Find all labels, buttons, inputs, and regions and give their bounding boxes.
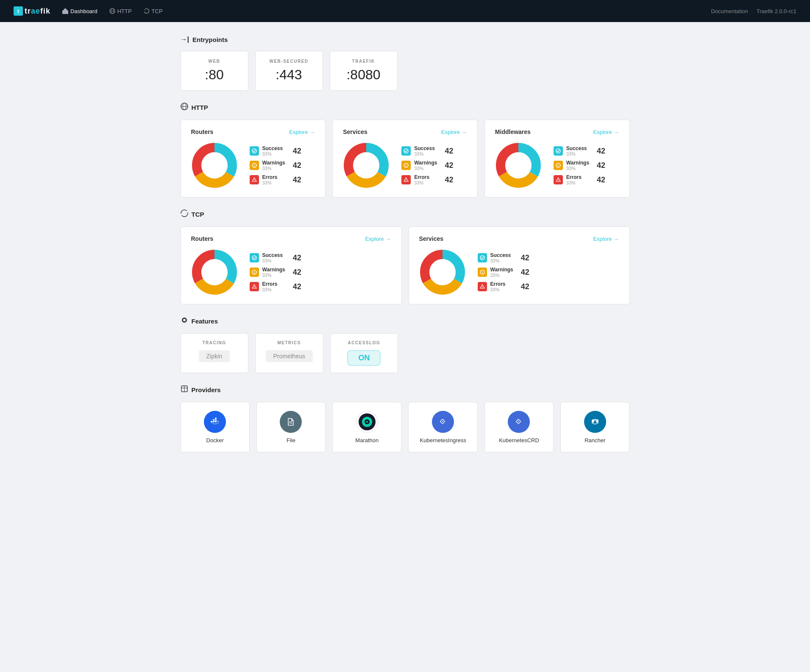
providers-section-header: Providers [181, 385, 630, 394]
providers-row: Docker File [181, 402, 630, 452]
tcp-services-explore[interactable]: Explore → [593, 236, 619, 242]
tcp-section-header: TCP [181, 209, 630, 219]
success-icon [250, 146, 259, 156]
svg-point-32 [506, 153, 531, 178]
tcp-routers-legend: Success 33% 42 ! Warnings 33% 42 [250, 252, 301, 292]
http-routers-title: Routers [191, 128, 214, 135]
http-middlewares-legend: Success 33% 42 ! Warnings 33% 42 [554, 145, 605, 185]
k8s-ingress-label: KubernetesIngress [420, 437, 466, 443]
success-icon [478, 253, 487, 262]
k8s-ingress-icon [432, 411, 454, 433]
entrypoint-web-value: :80 [193, 67, 236, 83]
tcp-routers-card: Routers Explore → [181, 226, 402, 304]
svg-text:!: ! [406, 179, 406, 182]
refresh-icon [144, 8, 150, 14]
http-services-header: Services Explore → [343, 128, 467, 135]
svg-rect-68 [215, 418, 217, 419]
nav-dashboard[interactable]: Dashboard [62, 8, 97, 14]
tcp-routers-donut-row: Success 33% 42 ! Warnings 33% 42 [191, 249, 391, 296]
docker-icon [204, 411, 226, 433]
docker-label: Docker [206, 437, 224, 443]
tcp-services-donut-row: Success 33% 42 ! Warnings 33% 42 [419, 249, 619, 296]
feature-tracing: TRACING Zipkin [181, 333, 248, 373]
entrypoint-websecured-value: :443 [267, 67, 311, 83]
http-middlewares-header: Middlewares Explore → [495, 128, 619, 135]
svg-point-23 [354, 153, 379, 178]
rancher-icon [584, 411, 606, 433]
success-icon [554, 146, 563, 156]
svg-point-51 [430, 259, 455, 285]
tcp-services-legend: Success 33% 42 ! Warnings 33% 42 [478, 252, 529, 292]
http-routers-success: Success 33% 42 [250, 145, 301, 156]
http-routers-legend: Success 33% 42 ! Warnings 33% 42 [250, 145, 301, 185]
nav-http[interactable]: HTTP [109, 8, 132, 14]
http-middlewares-explore[interactable]: Explore → [593, 129, 619, 135]
success-icon [250, 253, 259, 262]
error-icon: ! [250, 175, 259, 184]
warning-icon: ! [401, 161, 411, 170]
http-services-card: Services Explore → [332, 120, 478, 198]
features-section-header: Features [181, 316, 630, 326]
provider-marathon: Marathon [332, 402, 401, 452]
http-routers-errors: ! Errors 33% 42 [250, 174, 301, 185]
http-section-header: HTTP [181, 103, 630, 112]
http-services-legend: Success 33% 42 ! Warnings 33% 42 [401, 145, 453, 185]
metrics-label: METRICS [266, 340, 313, 345]
entrypoints-row: WEB :80 WEB-SECURED :443 TRAEFIK :8080 [181, 51, 630, 91]
features-icon [181, 316, 188, 326]
nav-version: Traefik 2.0.0-rc1 [757, 8, 796, 14]
http-routers-donut-row: Success 33% 42 ! Warnings 33% 42 [191, 142, 315, 189]
error-icon: ! [401, 175, 411, 184]
tcp-routers-title: Routers [191, 235, 214, 242]
svg-point-84 [596, 419, 598, 423]
svg-point-85 [594, 419, 596, 421]
entrypoints-section-header: →| Entrypoints [181, 36, 630, 43]
svg-text:!: ! [482, 286, 482, 289]
error-icon: ! [478, 282, 487, 291]
tcp-routers-explore[interactable]: Explore → [365, 236, 391, 242]
error-icon: ! [554, 175, 563, 184]
svg-point-38 [181, 210, 188, 217]
entrypoints-title: Entrypoints [192, 36, 228, 43]
svg-point-14 [202, 153, 227, 178]
features-title: Features [192, 318, 218, 325]
marathon-label: Marathon [355, 437, 379, 443]
tracing-label: TRACING [191, 340, 238, 345]
main-content: →| Entrypoints WEB :80 WEB-SECURED :443 … [172, 22, 638, 466]
http-middlewares-donut [495, 142, 542, 189]
entrypoint-traefik-value: :8080 [342, 67, 385, 83]
svg-text:!: ! [557, 164, 559, 168]
svg-point-42 [202, 259, 227, 285]
features-row: TRACING Zipkin METRICS Prometheus ACCESS… [181, 333, 630, 373]
svg-text:!: ! [253, 179, 254, 182]
file-label: File [287, 437, 295, 443]
http-cards-row: Routers Explore → [181, 120, 630, 198]
nav-tcp[interactable]: TCP [144, 8, 163, 14]
entrypoint-web-secured: WEB-SECURED :443 [255, 51, 323, 91]
http-services-explore[interactable]: Explore → [441, 129, 467, 135]
tcp-title: TCP [192, 211, 204, 218]
tcp-services-card: Services Explore → [409, 226, 630, 304]
k8s-crd-label: KubernetesCRD [499, 437, 539, 443]
traefik-logo-icon: t [14, 6, 23, 16]
svg-text:t: t [17, 8, 19, 14]
tcp-cards-row: Routers Explore → [181, 226, 630, 304]
warning-icon: ! [554, 161, 563, 170]
svg-rect-2 [62, 11, 68, 14]
svg-text:!: ! [482, 270, 483, 275]
feature-metrics: METRICS Prometheus [255, 333, 323, 373]
http-services-title: Services [343, 128, 367, 135]
http-routers-explore[interactable]: Explore → [289, 129, 315, 135]
k8s-crd-icon [508, 411, 530, 433]
success-icon [401, 146, 411, 156]
navbar-right: Documentation Traefik 2.0.0-rc1 [711, 8, 796, 14]
nav-documentation[interactable]: Documentation [711, 8, 748, 14]
feature-accesslog: ACCESSLOG ON [330, 333, 398, 373]
svg-text:!: ! [406, 164, 407, 168]
http-icon [181, 103, 188, 112]
navbar-left: t traefik Dashboard HTTP TCP [14, 6, 163, 16]
tcp-services-donut [419, 249, 466, 296]
svg-text:!: ! [253, 164, 255, 168]
warning-icon: ! [250, 268, 259, 277]
navbar: t traefik Dashboard HTTP TCP Documentati… [0, 0, 810, 22]
